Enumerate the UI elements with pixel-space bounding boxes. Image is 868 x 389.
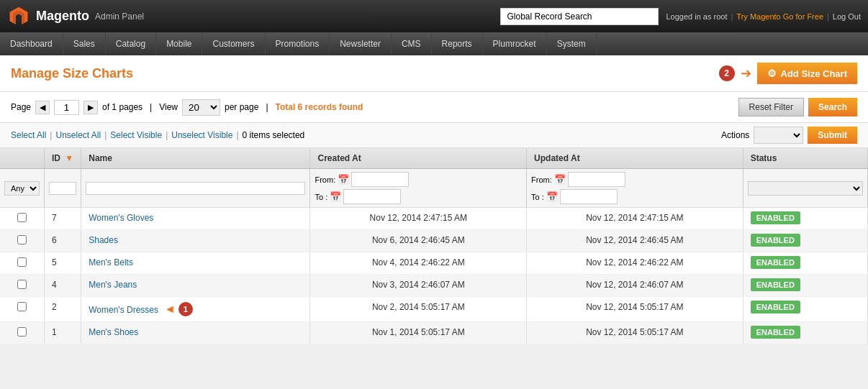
global-search-input[interactable] — [500, 8, 659, 25]
row-name-link[interactable]: Women's Dresses — [89, 305, 158, 315]
table-row: 6ShadesNov 6, 2014 2:46:45 AMNov 12, 201… — [0, 230, 868, 252]
nav-item-plumrocket[interactable]: Plumrocket — [483, 32, 547, 55]
select-visible-link[interactable]: Select Visible — [110, 130, 162, 140]
page-number-input[interactable] — [54, 100, 79, 115]
row-checkbox[interactable] — [17, 257, 27, 267]
status-badge: ENABLED — [751, 234, 800, 247]
annotation-arrow-2: ➔ — [741, 65, 751, 81]
filter-updated-from-input[interactable] — [568, 172, 625, 187]
row-updated-at: Nov 12, 2014 2:46:07 AM — [527, 275, 743, 297]
row-id: 7 — [45, 208, 81, 230]
page-content: Manage Size Charts 2 ➔ ⚙ Add Size Chart … — [0, 55, 868, 344]
nav-item-promotions[interactable]: Promotions — [266, 32, 330, 55]
row-created-at: Nov 2, 2014 5:05:17 AM — [310, 297, 527, 322]
row-id: 5 — [45, 252, 81, 275]
row-id: 2 — [45, 297, 81, 322]
nav-item-sales[interactable]: Sales — [63, 32, 106, 55]
table-row: 7Women's GlovesNov 12, 2014 2:47:15 AMNo… — [0, 208, 868, 230]
row-updated-at: Nov 12, 2014 2:47:15 AM — [527, 208, 743, 230]
row-checkbox[interactable] — [17, 280, 27, 289]
filter-id-input[interactable] — [49, 182, 76, 195]
row-name: Men's Jeans — [81, 275, 310, 297]
submit-button[interactable]: Submit — [808, 127, 857, 144]
try-magento-link[interactable]: Try Magento Go for Free — [736, 12, 823, 21]
row-checkbox-cell — [0, 297, 45, 322]
nav-item-system[interactable]: System — [547, 32, 597, 55]
created-from-calendar-icon[interactable]: 📅 — [338, 174, 349, 185]
nav-item-dashboard[interactable]: Dashboard — [0, 32, 63, 55]
logo-area: Magento Admin Panel — [7, 5, 144, 28]
nav-item-customers[interactable]: Customers — [202, 32, 265, 55]
row-created-at: Nov 1, 2014 5:05:17 AM — [310, 322, 527, 344]
table-header-row: ID ▼ Name Created At Updated At Status — [0, 148, 868, 169]
status-badge: ENABLED — [751, 278, 800, 291]
filter-created-from-input[interactable] — [351, 172, 409, 187]
reset-filter-button[interactable]: Reset Filter — [738, 98, 804, 116]
filter-row: Any From: 📅 — [0, 169, 868, 208]
row-name: Men's Belts — [81, 252, 310, 275]
status-badge: ENABLED — [751, 211, 800, 224]
logged-in-label: Logged in as root — [666, 12, 727, 21]
annotation-arrow-icon: ◄ — [164, 303, 176, 316]
row-status: ENABLED — [743, 322, 867, 344]
sort-arrow-icon: ▼ — [65, 153, 73, 163]
search-button[interactable]: Search — [808, 98, 857, 116]
unselect-visible-link[interactable]: Unselect Visible — [171, 130, 232, 140]
logout-link[interactable]: Log Out — [833, 12, 861, 21]
row-name-link[interactable]: Men's Jeans — [89, 280, 137, 290]
row-checkbox[interactable] — [17, 235, 27, 244]
pager-sep-1: | — [150, 102, 152, 112]
nav-item-cms[interactable]: CMS — [392, 32, 432, 55]
pager-right: Reset Filter Search — [738, 98, 857, 116]
filter-id-cell — [45, 169, 81, 208]
row-updated-at: Nov 12, 2014 2:46:45 AM — [527, 230, 743, 252]
row-checkbox[interactable] — [17, 213, 27, 222]
filter-updated-to-input[interactable] — [560, 189, 618, 204]
row-name-link[interactable]: Men's Shoes — [89, 327, 138, 337]
nav-item-newsletter[interactable]: Newsletter — [330, 32, 392, 55]
filter-any-select[interactable]: Any — [4, 181, 40, 196]
filter-status-select[interactable]: Enabled Disabled — [748, 181, 863, 196]
row-updated-at: Nov 12, 2014 5:05:17 AM — [527, 297, 743, 322]
header-user-info: Logged in as root | Try Magento Go for F… — [666, 12, 861, 21]
row-status: ENABLED — [743, 230, 867, 252]
select-all-link[interactable]: Select All — [11, 130, 46, 140]
actions-select[interactable]: Delete — [754, 127, 803, 144]
per-page-label: per page — [225, 102, 258, 112]
nav-item-mobile[interactable]: Mobile — [156, 32, 202, 55]
pager-left: Page ◀ ▶ of 1 pages | View 20 50 100 per… — [11, 99, 363, 116]
per-page-select[interactable]: 20 50 100 — [182, 99, 220, 116]
logo-text: Magento — [36, 9, 89, 24]
row-name-link[interactable]: Shades — [89, 235, 118, 245]
page-header: Manage Size Charts 2 ➔ ⚙ Add Size Chart — [0, 55, 868, 92]
row-checkbox[interactable] — [17, 302, 27, 311]
created-to-calendar-icon[interactable]: 📅 — [330, 191, 341, 202]
row-name: Women's Dresses◄1 — [81, 297, 310, 322]
header: Magento Admin Panel Logged in as root | … — [0, 0, 868, 32]
annotation-badge-1: 1 — [178, 302, 193, 316]
updated-from-calendar-icon[interactable]: 📅 — [554, 174, 566, 185]
selection-bar: Select All | Unselect All | Select Visib… — [0, 123, 868, 148]
created-to-label: To : — [315, 193, 327, 201]
row-name-link[interactable]: Men's Belts — [89, 257, 133, 267]
col-id[interactable]: ID ▼ — [45, 148, 81, 169]
row-name-link[interactable]: Women's Gloves — [89, 213, 153, 223]
filter-name-cell — [81, 169, 310, 208]
data-table: ID ▼ Name Created At Updated At Status A… — [0, 148, 868, 344]
filter-status-cell: Enabled Disabled — [743, 169, 867, 208]
add-size-chart-button[interactable]: ⚙ Add Size Chart — [757, 63, 857, 84]
pager-next-button[interactable]: ▶ — [83, 101, 98, 114]
table-row: 4Men's JeansNov 3, 2014 2:46:07 AMNov 12… — [0, 275, 868, 297]
nav-item-reports[interactable]: Reports — [432, 32, 483, 55]
total-records-label: Total 6 records found — [276, 102, 363, 112]
filter-name-input[interactable] — [86, 182, 305, 195]
nav-item-catalog[interactable]: Catalog — [106, 32, 156, 55]
pager-prev-button[interactable]: ◀ — [35, 101, 50, 114]
unselect-all-link[interactable]: Unselect All — [55, 130, 101, 140]
updated-to-calendar-icon[interactable]: 📅 — [546, 191, 558, 202]
filter-created-to-input[interactable] — [343, 189, 401, 204]
col-name: Name — [81, 148, 310, 169]
row-updated-at: Nov 12, 2014 2:46:22 AM — [527, 252, 743, 275]
row-checkbox[interactable] — [17, 327, 27, 337]
items-selected-label: 0 items selected — [243, 130, 305, 140]
